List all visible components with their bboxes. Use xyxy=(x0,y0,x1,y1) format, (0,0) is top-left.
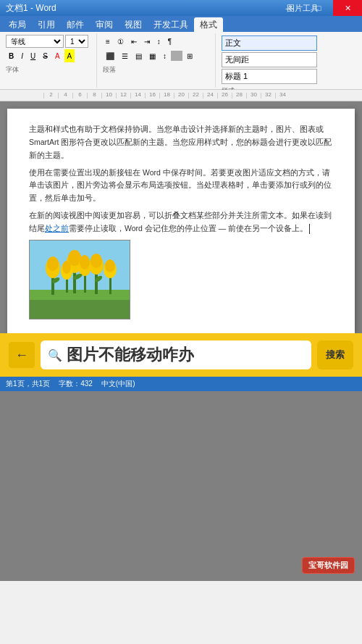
watermark-badge: 宝哥软件园 xyxy=(302,557,355,574)
underline-button[interactable]: U xyxy=(28,49,38,62)
ribbon: 等线 11 B I U S A A 字体 ≡ ① ⇤ ⇥ ↕ ¶ ⬛ ☰ xyxy=(0,32,362,90)
word-count: 字数：432 xyxy=(59,379,93,389)
language-info: 中文(中国) xyxy=(101,379,135,389)
line-spacing-button[interactable]: ↕ xyxy=(160,49,169,62)
search-icon: 🔍 xyxy=(48,348,62,362)
doc-paragraph-3: 在新的阅读视图中阅读更加容易，可以折叠文档某些部分并关注所需文本。如果在读到结尾… xyxy=(29,209,333,235)
font-color-button[interactable]: A xyxy=(52,49,63,62)
doc-link-text[interactable]: 处之前 xyxy=(45,224,69,233)
svg-point-16 xyxy=(62,261,71,274)
style-item-heading1[interactable]: 标题 1 xyxy=(222,69,317,84)
ruler-mark: 2 xyxy=(43,93,58,99)
align-center-button[interactable]: ☰ xyxy=(119,49,131,62)
doc-paragraph-2: 使用在需要位置出现的新接钮在 Word 中保存时间。若要更改图片适应文档的方式，… xyxy=(29,167,333,206)
search-input-wrap[interactable]: 🔍 图片不能移动咋办 xyxy=(41,340,311,369)
align-right-button[interactable]: ▤ xyxy=(132,49,145,62)
ruler-mark: 10 xyxy=(101,93,116,99)
svg-point-20 xyxy=(105,259,115,272)
style-item-nospace[interactable]: 无间距 xyxy=(222,52,317,67)
svg-point-18 xyxy=(80,255,90,269)
ruler-marks: 2 4 6 8 10 12 14 16 18 20 22 24 26 28 30… xyxy=(43,93,290,99)
minimize-button[interactable]: — xyxy=(275,0,304,16)
svg-point-14 xyxy=(90,254,102,268)
font-name-row: 等线 11 xyxy=(6,35,93,48)
ruler-mark: 34 xyxy=(275,93,290,99)
shading-button[interactable] xyxy=(171,51,182,61)
doc-paragraph-1: 主题和样式也有助于文档保持协调。当您单击设计并选择新的主题时，图片、图表或Sma… xyxy=(29,123,333,162)
ruler-mark: 8 xyxy=(87,93,101,99)
ruler-mark: 18 xyxy=(159,93,174,99)
ruler-mark: 22 xyxy=(188,93,203,99)
title-bar-controls: — □ ✕ xyxy=(275,0,362,16)
tab-format[interactable]: 格式 xyxy=(194,17,223,32)
indent-increase-button[interactable]: ⇥ xyxy=(141,35,153,48)
ruler-mark: 16 xyxy=(145,93,159,99)
ruler: 2 4 6 8 10 12 14 16 18 20 22 24 26 28 30… xyxy=(0,90,362,101)
search-bar[interactable]: ← 🔍 图片不能移动咋办 搜索 xyxy=(0,333,362,377)
bottom-grey-area: 宝哥软件园 xyxy=(0,391,362,581)
document-container[interactable]: 主题和样式也有助于文档保持协调。当您单击设计并选择新的主题时，图片、图表或Sma… xyxy=(0,101,362,333)
page-info: 第1页，共1页 xyxy=(6,379,50,389)
border-button[interactable]: ⊞ xyxy=(184,49,195,62)
paragraph-row1: ≡ ① ⇤ ⇥ ↕ ¶ xyxy=(103,35,212,48)
numbered-list-button[interactable]: ① xyxy=(114,35,127,48)
document-page[interactable]: 主题和样式也有助于文档保持协调。当您单击设计并选择新的主题时，图片、图表或Sma… xyxy=(7,109,355,333)
bold-button[interactable]: B xyxy=(6,49,17,62)
font-size-select[interactable]: 11 xyxy=(65,35,88,48)
doc-para3-end: 需要停止读取，Word 会记住您的停止位置 — 前使在另一个设备上。 xyxy=(69,224,308,233)
status-bar: 第1页，共1页 字数：432 中文(中国) xyxy=(0,377,362,391)
style-item-normal[interactable]: 正文 xyxy=(222,35,317,51)
ruler-mark: 6 xyxy=(72,93,87,99)
indent-decrease-button[interactable]: ⇤ xyxy=(128,35,140,48)
tab-developer[interactable]: 开发工具 xyxy=(148,17,194,32)
maximize-button[interactable]: □ xyxy=(304,0,333,16)
ruler-mark: 24 xyxy=(203,93,217,99)
show-marks-button[interactable]: ¶ xyxy=(165,35,174,48)
style-normal-label: 正文 xyxy=(225,38,241,49)
paragraph-group: ≡ ① ⇤ ⇥ ↕ ¶ ⬛ ☰ ▤ ▦ ↕ ⊞ 段落 xyxy=(100,33,216,88)
svg-rect-2 xyxy=(30,290,130,300)
bullet-list-button[interactable]: ≡ xyxy=(103,35,113,48)
ruler-mark: 14 xyxy=(130,93,145,99)
tab-review[interactable]: 审阅 xyxy=(90,17,119,32)
ribbon-tabs: 布局 引用 邮件 审阅 视图 开发工具 格式 xyxy=(0,16,362,32)
ruler-mark: 32 xyxy=(261,93,275,99)
font-name-select[interactable]: 等线 xyxy=(6,35,64,48)
style-nospace-label: 无间距 xyxy=(225,54,249,65)
sort-button[interactable]: ↕ xyxy=(154,35,164,48)
font-style-row: B I U S A A xyxy=(6,49,93,62)
highlight-button[interactable]: A xyxy=(64,49,75,62)
cursor-i xyxy=(309,224,310,234)
tab-mail[interactable]: 邮件 xyxy=(61,17,90,32)
font-group: 等线 11 B I U S A A 字体 xyxy=(3,33,97,88)
align-left-button[interactable]: ⬛ xyxy=(103,49,117,62)
title-bar-text: 文档1 - Word xyxy=(6,2,56,14)
tab-view[interactable]: 视图 xyxy=(119,17,148,32)
search-submit-button[interactable]: 搜索 xyxy=(317,340,353,369)
ruler-mark: 12 xyxy=(116,93,130,99)
title-bar: 文档1 - Word 图片工具 — □ ✕ xyxy=(0,0,362,16)
paragraph-group-label: 段落 xyxy=(103,65,212,75)
justify-button[interactable]: ▦ xyxy=(146,49,159,62)
ruler-mark: 26 xyxy=(217,93,232,99)
tab-reference[interactable]: 引用 xyxy=(32,17,61,32)
search-back-button[interactable]: ← xyxy=(9,342,35,368)
svg-point-10 xyxy=(47,256,59,271)
document-image[interactable] xyxy=(29,240,130,319)
styles-group: 正文 无间距 标题 1 样式 xyxy=(219,33,320,88)
tab-layout[interactable]: 布局 xyxy=(3,17,32,32)
paragraph-row2: ⬛ ☰ ▤ ▦ ↕ ⊞ xyxy=(103,49,212,62)
style-heading1-label: 标题 1 xyxy=(225,71,248,82)
close-button[interactable]: ✕ xyxy=(333,0,362,16)
italic-button[interactable]: I xyxy=(18,49,26,62)
search-query-text: 图片不能移动咋办 xyxy=(67,344,194,366)
ruler-mark: 4 xyxy=(58,93,72,99)
ruler-mark: 20 xyxy=(174,93,188,99)
ruler-mark: 30 xyxy=(246,93,261,99)
font-group-label: 字体 xyxy=(6,65,93,75)
ruler-mark: 28 xyxy=(232,93,246,99)
strikethrough-button[interactable]: S xyxy=(40,49,51,62)
